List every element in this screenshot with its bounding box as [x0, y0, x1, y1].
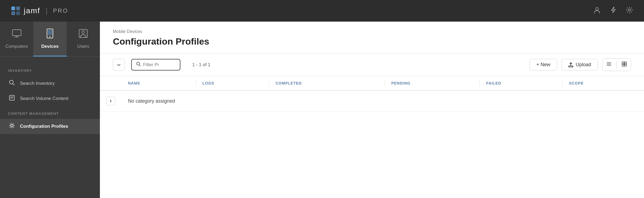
sidebar-content: INVENTORY Search Inventory Se: [0, 57, 100, 198]
table-row: No category assigned: [100, 90, 644, 112]
search-volume-icon: [8, 95, 16, 102]
data-table: NAME LOGS COMPLETED PENDING: [100, 76, 644, 112]
inventory-section-header: INVENTORY: [0, 69, 100, 76]
filter-input-wrap[interactable]: [131, 59, 180, 71]
tab-computers-label: Computers: [5, 44, 28, 49]
collapse-button[interactable]: [113, 59, 125, 71]
tab-users[interactable]: Users: [67, 22, 100, 56]
tab-users-label: Users: [77, 44, 89, 49]
view-toggle: [602, 58, 631, 71]
svg-rect-9: [48, 30, 52, 35]
th-pending[interactable]: PENDING: [385, 76, 480, 90]
no-category-cell: No category assigned: [122, 90, 644, 112]
table-container: NAME LOGS COMPLETED PENDING: [100, 76, 644, 198]
logo-divider: |: [46, 6, 48, 15]
sidebar-item-search-inventory[interactable]: Search Inventory: [0, 76, 100, 91]
record-count: 1 - 1 of 1: [187, 62, 523, 68]
page-title: Configuration Profiles: [113, 36, 631, 47]
content-area: Mobile Devices Configuration Profiles: [100, 22, 644, 198]
th-logs-label: LOGS: [203, 81, 214, 85]
tab-computers[interactable]: Computers: [0, 22, 33, 56]
svg-rect-17: [622, 62, 624, 64]
svg-rect-6: [12, 30, 21, 36]
list-view-button[interactable]: [602, 59, 615, 71]
svg-point-8: [49, 36, 50, 37]
th-scope[interactable]: SCOPE: [562, 76, 644, 90]
users-icon: [78, 28, 88, 41]
gear-icon[interactable]: [626, 6, 633, 16]
svg-rect-0: [11, 6, 15, 10]
th-completed[interactable]: COMPLETED: [269, 76, 385, 90]
svg-point-14: [11, 125, 13, 127]
svg-rect-18: [625, 62, 626, 64]
breadcrumb: Mobile Devices: [113, 29, 631, 34]
no-category-text: No category assigned: [128, 98, 175, 104]
sidebar-item-search-volume-content[interactable]: Search Volume Content: [0, 91, 100, 106]
th-expand: [100, 76, 122, 90]
main-layout: Computers Devices: [0, 22, 644, 198]
th-failed-label: FAILED: [486, 81, 501, 85]
th-failed[interactable]: FAILED: [480, 76, 562, 90]
filter-input[interactable]: [143, 62, 176, 68]
th-pending-label: PENDING: [391, 81, 410, 85]
logo-area: jamf | PRO: [11, 6, 68, 16]
upload-button[interactable]: Upload: [561, 59, 598, 71]
th-completed-label: COMPLETED: [276, 81, 302, 85]
table-header-row: NAME LOGS COMPLETED PENDING: [100, 76, 644, 90]
sidebar-item-configuration-profiles[interactable]: Configuration Profiles: [0, 119, 100, 134]
sidebar: Computers Devices: [0, 22, 100, 198]
sidebar-item-config-profiles-label: Configuration Profiles: [20, 124, 68, 129]
content-management-header: CONTENT MANAGEMENT: [0, 112, 100, 119]
top-header: jamf | PRO: [0, 0, 644, 22]
toolbar-actions: + New Upload: [530, 58, 631, 71]
svg-rect-19: [622, 64, 624, 66]
svg-rect-2: [11, 11, 15, 15]
logo-text: jamf: [24, 6, 40, 15]
sidebar-item-search-inventory-label: Search Inventory: [20, 81, 55, 86]
svg-rect-16: [569, 66, 573, 67]
tab-devices-label: Devices: [41, 44, 59, 49]
th-name[interactable]: NAME: [122, 76, 196, 90]
upload-icon: [568, 62, 574, 68]
th-name-label: NAME: [128, 81, 140, 85]
bolt-icon[interactable]: [609, 6, 617, 16]
config-profiles-icon: [8, 123, 16, 130]
user-icon[interactable]: [593, 6, 601, 16]
svg-rect-1: [16, 6, 20, 10]
nav-tabs: Computers Devices: [0, 22, 100, 57]
svg-rect-20: [625, 64, 626, 66]
svg-point-4: [596, 8, 598, 10]
header-icons: [593, 6, 633, 16]
tab-devices[interactable]: Devices: [33, 22, 66, 56]
th-scope-label: SCOPE: [569, 81, 584, 85]
svg-point-11: [82, 31, 85, 33]
page-header: Mobile Devices Configuration Profiles: [100, 22, 644, 53]
row-expand-cell: [100, 90, 122, 112]
search-inventory-icon: [8, 80, 16, 87]
devices-icon: [46, 28, 54, 41]
jamf-logo-icon: [11, 6, 21, 16]
svg-rect-3: [16, 11, 20, 15]
upload-button-label: Upload: [576, 62, 591, 68]
filter-search-icon: [136, 62, 141, 68]
th-logs[interactable]: LOGS: [196, 76, 269, 90]
toolbar: 1 - 1 of 1 + New Upload: [100, 53, 644, 76]
sidebar-item-search-volume-label: Search Volume Content: [20, 96, 69, 101]
computers-icon: [12, 28, 22, 41]
grid-view-button[interactable]: [618, 59, 631, 71]
row-expand-button[interactable]: [106, 97, 115, 105]
svg-point-5: [628, 9, 630, 11]
new-button[interactable]: + New: [530, 59, 557, 71]
view-toggle-divider: [616, 61, 617, 69]
new-button-label: + New: [536, 62, 550, 68]
logo-pro: PRO: [53, 7, 68, 14]
